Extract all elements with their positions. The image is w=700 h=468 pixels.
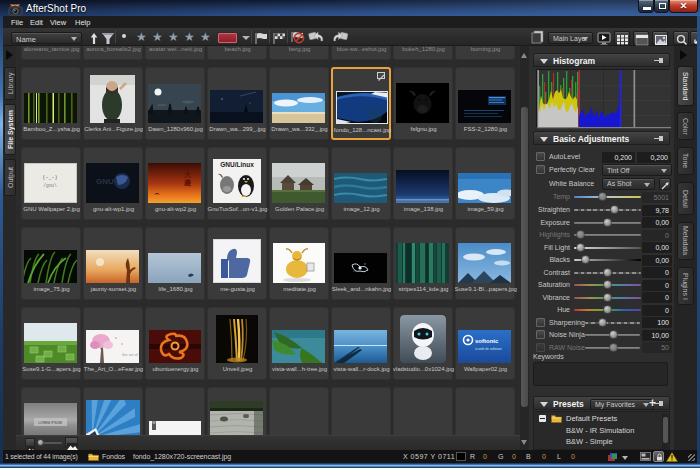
svg-text:softonic: softonic [475,338,499,344]
svg-text:趣: 趣 [183,179,192,187]
svg-text:the art of: the art of [122,352,139,357]
svg-text:LOREM IPSUM: LOREM IPSUM [38,421,62,425]
svg-text:GNU: GNU [96,177,114,186]
svg-text:/gnu\: /gnu\ [43,183,57,188]
svg-text:(-_-): (-_-) [42,175,57,181]
svg-text:tu web de software: tu web de software [475,347,502,351]
svg-text:GNU/Linux: GNU/Linux [220,161,254,168]
svg-text:大: 大 [184,171,192,179]
